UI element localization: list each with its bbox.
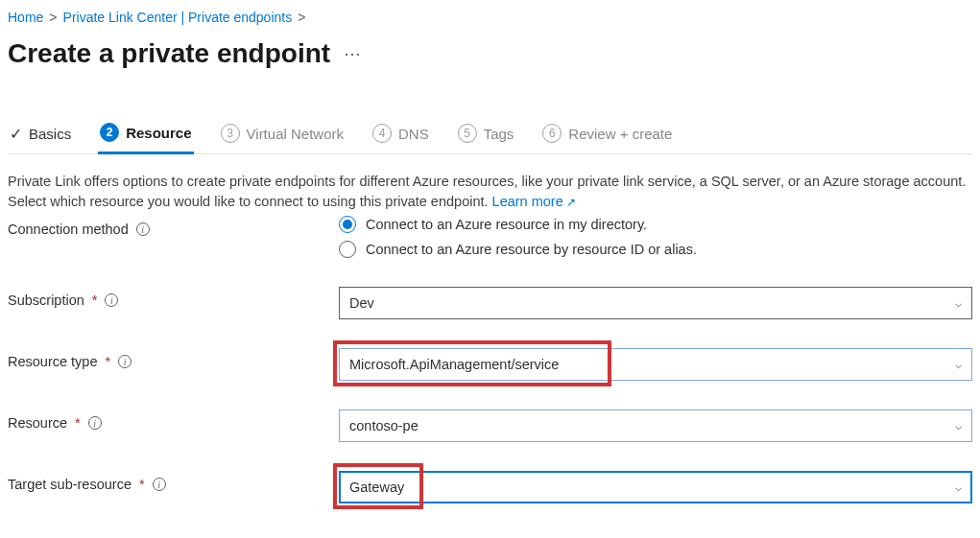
page-title: Create a private endpoint xyxy=(8,38,330,69)
tab-dns[interactable]: 4 DNS xyxy=(370,118,431,152)
required-icon: * xyxy=(92,292,98,308)
chevron-down-icon: ⌵ xyxy=(955,419,962,433)
learn-more-link[interactable]: Learn more↗ xyxy=(492,194,576,209)
radio-label: Connect to an Azure resource in my direc… xyxy=(366,217,647,232)
chevron-down-icon: ⌵ xyxy=(955,296,962,310)
chevron-down-icon: ⌵ xyxy=(955,358,962,371)
info-icon[interactable]: i xyxy=(88,416,102,430)
radio-connect-by-id[interactable]: Connect to an Azure resource by resource… xyxy=(339,241,972,258)
required-icon: * xyxy=(106,354,111,369)
step-number-icon: 3 xyxy=(221,124,240,143)
tabs: ✓ Basics 2 Resource 3 Virtual Network 4 … xyxy=(8,117,972,154)
external-link-icon: ↗ xyxy=(566,196,576,209)
resource-type-label: Resource type * i xyxy=(8,348,339,369)
connection-method-radio-group: Connect to an Azure resource in my direc… xyxy=(339,216,972,258)
resource-type-select[interactable]: Microsoft.ApiManagement/service ⌵ xyxy=(339,348,972,381)
tab-review-create[interactable]: 6 Review + create xyxy=(540,118,674,152)
step-number-icon: 2 xyxy=(100,123,119,142)
chevron-right-icon: > xyxy=(298,10,305,25)
radio-icon xyxy=(339,241,356,258)
required-icon: * xyxy=(139,477,145,492)
more-actions-button[interactable]: ⋯ xyxy=(344,43,361,64)
chevron-down-icon: ⌵ xyxy=(955,480,962,494)
tab-label: Resource xyxy=(126,125,191,141)
tab-virtual-network[interactable]: 3 Virtual Network xyxy=(219,118,346,152)
info-icon[interactable]: i xyxy=(136,222,150,236)
check-icon: ✓ xyxy=(10,125,22,143)
intro-body: Private Link offers options to create pr… xyxy=(8,174,966,209)
intro-text: Private Link offers options to create pr… xyxy=(8,172,968,212)
info-icon[interactable]: i xyxy=(118,355,131,368)
tab-label: DNS xyxy=(398,126,429,142)
radio-connect-in-directory[interactable]: Connect to an Azure resource in my direc… xyxy=(339,216,972,233)
step-number-icon: 6 xyxy=(542,124,562,143)
resource-label: Resource * i xyxy=(8,409,339,431)
resource-select[interactable]: contoso-pe ⌵ xyxy=(339,409,972,442)
breadcrumb-home[interactable]: Home xyxy=(8,10,43,25)
info-icon[interactable]: i xyxy=(153,478,166,491)
tab-label: Tags xyxy=(484,126,514,142)
subscription-label: Subscription * i xyxy=(8,287,339,308)
tab-label: Review + create xyxy=(568,126,672,142)
tab-label: Basics xyxy=(29,126,71,142)
tab-basics[interactable]: ✓ Basics xyxy=(8,119,73,152)
breadcrumb-center[interactable]: Private Link Center | Private endpoints xyxy=(63,10,293,25)
target-sub-resource-select[interactable]: Gateway ⌵ xyxy=(339,471,972,503)
select-value: Dev xyxy=(349,295,374,311)
tab-tags[interactable]: 5 Tags xyxy=(456,118,516,152)
required-icon: * xyxy=(75,415,81,431)
chevron-right-icon: > xyxy=(49,10,57,25)
breadcrumb: Home > Private Link Center | Private end… xyxy=(8,10,972,25)
step-number-icon: 4 xyxy=(372,124,392,143)
radio-icon xyxy=(339,216,356,233)
tab-resource[interactable]: 2 Resource xyxy=(98,117,193,154)
subscription-select[interactable]: Dev ⌵ xyxy=(339,287,972,319)
tab-label: Virtual Network xyxy=(247,126,344,142)
select-value: Microsoft.ApiManagement/service xyxy=(349,357,559,372)
select-value: Gateway xyxy=(349,480,404,495)
select-value: contoso-pe xyxy=(349,418,418,433)
target-sub-resource-label: Target sub-resource * i xyxy=(8,471,339,492)
radio-label: Connect to an Azure resource by resource… xyxy=(366,242,697,257)
step-number-icon: 5 xyxy=(458,124,477,143)
connection-method-label: Connection method i xyxy=(8,216,339,237)
info-icon[interactable]: i xyxy=(105,293,118,307)
